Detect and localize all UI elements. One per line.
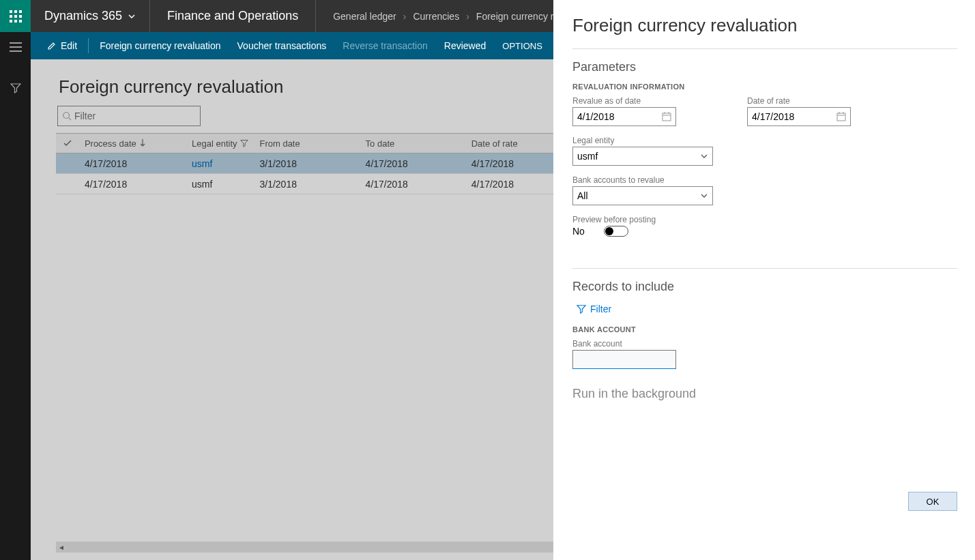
preview-toggle[interactable] — [604, 226, 628, 237]
filter-link[interactable]: Filter — [572, 304, 975, 314]
bank-account-group-heading: BANK ACCOUNT — [572, 325, 975, 334]
cell-legal-entity[interactable]: usmf — [186, 158, 254, 169]
calendar-icon — [836, 112, 846, 121]
sort-down-icon — [139, 139, 146, 147]
cell-to-date: 4/17/2018 — [360, 158, 466, 169]
hamburger-icon — [10, 42, 22, 52]
chevron-down-icon — [128, 12, 136, 20]
options-button[interactable]: OPTIONS — [494, 32, 551, 59]
cell-process-date: 4/17/2018 — [79, 158, 186, 169]
revalue-as-of-input[interactable]: 4/1/2018 — [572, 107, 676, 126]
panel-title: Foreign currency revaluation — [572, 15, 975, 36]
scroll-left-icon[interactable]: ◄ — [56, 542, 67, 552]
legal-entity-select[interactable]: usmf — [572, 147, 713, 166]
breadcrumb: General ledger › Currencies › Foreign cu… — [316, 11, 570, 22]
horizontal-scrollbar[interactable]: ◄ — [56, 542, 554, 552]
edit-label: Edit — [61, 40, 77, 51]
bank-accounts-label: Bank accounts to revalue — [572, 175, 713, 185]
col-label: Process date — [85, 138, 136, 149]
svg-point-14 — [63, 113, 70, 119]
grid: Process date Legal entity From date To d… — [56, 133, 554, 194]
filter-box[interactable] — [57, 106, 201, 126]
date-of-rate-input[interactable]: 4/17/2018 — [747, 107, 851, 126]
preview-label: Preview before posting — [572, 215, 713, 224]
col-legal-entity[interactable]: Legal entity — [186, 138, 254, 149]
col-process-date[interactable]: Process date — [79, 138, 186, 149]
cell-process-date: 4/17/2018 — [79, 179, 186, 190]
svg-rect-8 — [19, 20, 22, 23]
chevron-down-icon — [700, 152, 708, 160]
revalue-as-of-label: Revalue as of date — [572, 96, 713, 106]
divider — [572, 268, 957, 269]
app-launcher-button[interactable] — [0, 0, 31, 32]
funnel-icon — [10, 83, 21, 93]
breadcrumb-item[interactable]: Currencies — [413, 11, 459, 22]
search-icon — [62, 111, 72, 121]
cell-from-date: 3/1/2018 — [254, 179, 360, 190]
bank-accounts-select[interactable]: All — [572, 186, 713, 205]
select-value: usmf — [577, 151, 598, 162]
table-row[interactable]: 4/17/2018usmf3/1/20184/17/20184/17/2018 — [56, 153, 554, 174]
input-value: 4/17/2018 — [752, 111, 794, 122]
run-background-heading[interactable]: Run in the background — [572, 387, 975, 401]
date-of-rate-label: Date of rate — [747, 96, 851, 106]
cell-legal-entity: usmf — [186, 179, 254, 190]
cell-from-date: 3/1/2018 — [254, 158, 360, 169]
preview-value: No — [572, 226, 585, 237]
fcr-button[interactable]: Foreign currency revaluation — [91, 32, 229, 59]
col-to-date[interactable]: To date — [360, 138, 466, 149]
funnel-icon — [240, 139, 248, 147]
input-value: 4/1/2018 — [577, 111, 615, 122]
hamburger-button[interactable] — [0, 33, 31, 61]
col-date-of-rate[interactable]: Date of rate — [466, 138, 554, 149]
pencil-icon — [47, 41, 57, 50]
brand-dropdown[interactable]: Dynamics 365 — [31, 0, 150, 32]
svg-rect-6 — [10, 20, 12, 23]
svg-line-15 — [69, 118, 72, 121]
svg-rect-16 — [663, 113, 671, 121]
records-heading: Records to include — [572, 280, 975, 294]
chevron-down-icon — [700, 192, 708, 200]
filter-link-label: Filter — [590, 304, 611, 314]
reviewed-button[interactable]: Reviewed — [436, 32, 494, 59]
funnel-icon — [577, 304, 586, 314]
bank-account-label: Bank account — [572, 339, 975, 349]
bank-account-input[interactable] — [572, 350, 676, 369]
edit-button[interactable]: Edit — [39, 32, 85, 59]
parameters-heading: Parameters — [572, 60, 975, 74]
reval-info-heading: REVALUATION INFORMATION — [572, 83, 975, 91]
chevron-right-icon: › — [466, 11, 469, 22]
breadcrumb-item[interactable]: General ledger — [333, 11, 396, 22]
side-filter-button[interactable] — [0, 74, 31, 102]
svg-rect-2 — [19, 10, 22, 13]
divider — [572, 48, 957, 49]
legal-entity-label: Legal entity — [572, 136, 713, 145]
module-label: Finance and Operations — [150, 0, 316, 32]
reverse-button: Reverse transaction — [334, 32, 436, 59]
cell-to-date: 4/17/2018 — [360, 179, 466, 190]
left-nav-bar — [0, 0, 31, 560]
col-from-date[interactable]: From date — [254, 138, 360, 149]
breadcrumb-item[interactable]: Foreign currency r — [476, 11, 554, 22]
select-value: All — [577, 190, 588, 201]
svg-rect-4 — [14, 15, 17, 18]
brand-label: Dynamics 365 — [44, 9, 122, 23]
svg-rect-20 — [837, 113, 845, 121]
divider — [88, 38, 89, 53]
filter-input[interactable] — [74, 110, 196, 121]
ok-button[interactable]: OK — [908, 492, 957, 511]
table-row[interactable]: 4/17/2018usmf3/1/20184/17/20184/17/2018 — [56, 174, 554, 194]
dialog-panel: Foreign currency revaluation Parameters … — [553, 0, 975, 560]
svg-rect-3 — [10, 15, 12, 18]
cell-date-of-rate: 4/17/2018 — [466, 179, 554, 190]
select-all-checkbox[interactable] — [56, 138, 79, 148]
svg-rect-0 — [10, 10, 12, 13]
svg-rect-1 — [14, 10, 17, 13]
check-icon — [63, 138, 72, 148]
chevron-right-icon: › — [403, 11, 407, 22]
svg-rect-7 — [14, 20, 17, 23]
voucher-button[interactable]: Voucher transactions — [229, 32, 335, 59]
col-label: Legal entity — [192, 138, 237, 149]
svg-rect-5 — [19, 15, 22, 18]
waffle-icon — [10, 10, 22, 23]
